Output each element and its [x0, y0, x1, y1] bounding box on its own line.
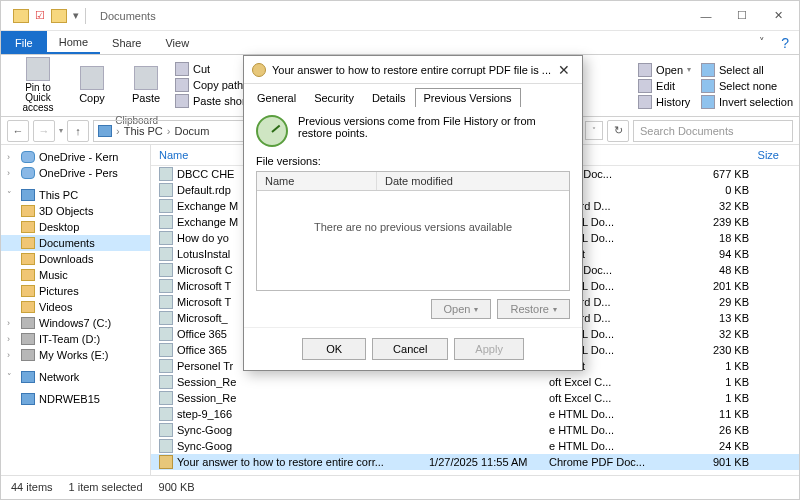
file-icon [159, 167, 173, 181]
nav-item[interactable]: ›Windows7 (C:) [1, 315, 150, 331]
invert-selection-button[interactable]: Invert selection [701, 95, 793, 109]
nav-item[interactable]: ›IT-Team (D:) [1, 331, 150, 347]
tab-share[interactable]: Share [100, 31, 153, 54]
cut-icon [175, 62, 189, 76]
titlebar: ☑ ▾ Documents — ☐ ✕ [1, 1, 799, 31]
nav-item[interactable]: ˅Network [1, 369, 150, 385]
folder-icon [13, 9, 29, 23]
address-dropdown[interactable]: ˅ [585, 121, 603, 140]
navigation-pane: ›OneDrive - Kern›OneDrive - Pers˅This PC… [1, 145, 151, 475]
back-button[interactable]: ← [7, 120, 29, 142]
nav-item[interactable]: ›OneDrive - Pers [1, 165, 150, 181]
file-row[interactable]: Session_Reoft Excel C...1 KB [151, 374, 799, 390]
file-row[interactable]: Session_Reoft Excel C...1 KB [151, 390, 799, 406]
window-title: Documents [94, 10, 689, 22]
cancel-button[interactable]: Cancel [372, 338, 448, 360]
folder-icon [21, 253, 35, 265]
file-icon [159, 423, 173, 437]
nav-item[interactable]: NDRWEB15 [1, 391, 150, 407]
file-icon [159, 343, 173, 357]
close-button[interactable]: ✕ [761, 4, 795, 28]
folder-icon [21, 189, 35, 201]
open-icon [638, 63, 652, 77]
folder-icon [21, 317, 35, 329]
status-size: 900 KB [159, 481, 195, 493]
file-icon [159, 375, 173, 389]
copy-icon [80, 66, 104, 90]
pin-button[interactable]: Pin to Quick access [13, 57, 63, 113]
qat-dropdown[interactable]: ▾ [73, 9, 79, 22]
dialog-close-button[interactable]: ✕ [554, 62, 574, 78]
file-row[interactable]: step-9_166e HTML Do...11 KB [151, 406, 799, 422]
folder-icon [21, 167, 35, 179]
open-button[interactable]: Open ▾ [638, 63, 691, 77]
ok-button[interactable]: OK [302, 338, 366, 360]
nav-item[interactable]: Desktop [1, 219, 150, 235]
col-size[interactable]: Size [699, 149, 779, 161]
edit-button[interactable]: Edit [638, 79, 691, 93]
file-icon [159, 359, 173, 373]
versions-col-date[interactable]: Date modified [377, 172, 569, 190]
tab-view[interactable]: View [153, 31, 201, 54]
crumb-documents[interactable]: Docum [174, 125, 209, 137]
versions-list[interactable]: Name Date modified There are no previous… [256, 171, 570, 291]
tab-details[interactable]: Details [363, 88, 415, 107]
tab-general[interactable]: General [248, 88, 305, 107]
file-row[interactable]: Sync-Googe HTML Do...24 KB [151, 438, 799, 454]
pin-icon [26, 57, 50, 81]
nav-item[interactable]: Documents [1, 235, 150, 251]
edit-icon [638, 79, 652, 93]
forward-button[interactable]: → [33, 120, 55, 142]
file-icon [159, 247, 173, 261]
select-all-button[interactable]: Select all [701, 63, 793, 77]
dialog-file-icon [252, 63, 266, 77]
refresh-button[interactable]: ↻ [607, 120, 629, 142]
nav-item[interactable]: Music [1, 267, 150, 283]
paste-icon [134, 66, 158, 90]
recent-dropdown[interactable]: ▾ [59, 126, 63, 135]
minimize-button[interactable]: — [689, 4, 723, 28]
versions-empty-text: There are no previous versions available [257, 191, 569, 233]
file-row[interactable]: Sync-Googe HTML Do...26 KB [151, 422, 799, 438]
versions-col-name[interactable]: Name [257, 172, 377, 190]
nav-item[interactable]: 3D Objects [1, 203, 150, 219]
folder-icon [21, 151, 35, 163]
paste-button[interactable]: Paste [121, 66, 171, 104]
select-none-icon [701, 79, 715, 93]
folder-icon [21, 285, 35, 297]
paste-shortcut-icon [175, 94, 189, 108]
copy-button[interactable]: Copy [67, 66, 117, 104]
folder-icon [21, 221, 35, 233]
select-none-button[interactable]: Select none [701, 79, 793, 93]
nav-item[interactable]: ›My Works (E:) [1, 347, 150, 363]
version-open-button[interactable]: Open▾ [431, 299, 492, 319]
nav-item[interactable]: ˅This PC [1, 187, 150, 203]
tab-home[interactable]: Home [47, 31, 100, 54]
file-icon [159, 455, 173, 469]
version-restore-button[interactable]: Restore▾ [497, 299, 570, 319]
nav-item[interactable]: Pictures [1, 283, 150, 299]
qat-folder-icon[interactable] [51, 9, 67, 23]
folder-icon [21, 333, 35, 345]
nav-item[interactable]: Downloads [1, 251, 150, 267]
file-icon [159, 199, 173, 213]
search-input[interactable]: Search Documents [633, 120, 793, 142]
folder-icon [21, 237, 35, 249]
nav-item[interactable]: Videos [1, 299, 150, 315]
dialog-tabs: General Security Details Previous Versio… [244, 84, 582, 107]
tab-previous-versions[interactable]: Previous Versions [415, 88, 521, 107]
nav-item[interactable]: ›OneDrive - Kern [1, 149, 150, 165]
history-button[interactable]: History [638, 95, 691, 109]
file-icon [159, 439, 173, 453]
up-button[interactable]: ↑ [67, 120, 89, 142]
apply-button[interactable]: Apply [454, 338, 524, 360]
dialog-hint: Previous versions come from File History… [298, 115, 570, 139]
file-tab[interactable]: File [1, 31, 47, 54]
crumb-thispc[interactable]: This PC [124, 125, 163, 137]
help-icon[interactable]: ? [771, 35, 799, 51]
maximize-button[interactable]: ☐ [725, 4, 759, 28]
file-row-selected[interactable]: Your answer to how to restore entire cor… [151, 454, 799, 470]
checkbox-icon[interactable]: ☑ [35, 9, 45, 22]
tab-security[interactable]: Security [305, 88, 363, 107]
ribbon-expand[interactable]: ˅ [753, 36, 771, 49]
